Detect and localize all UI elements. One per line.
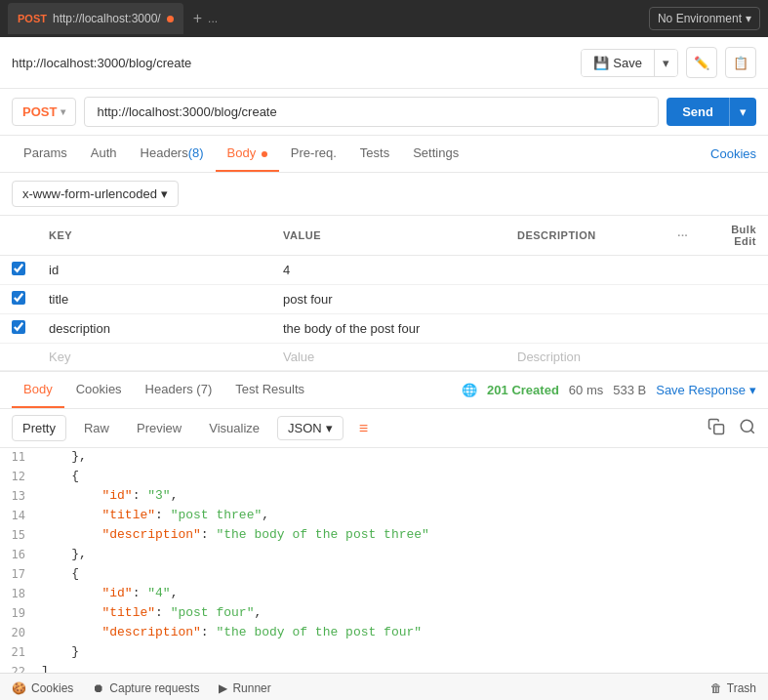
doc-icon: 📋: [733, 56, 748, 70]
capture-label: Capture requests: [109, 681, 199, 695]
save-response-button[interactable]: Save Response ▾: [656, 383, 756, 397]
send-label: Send: [667, 98, 729, 126]
url-bar-section: http://localhost:3000/blog/create 💾 Save…: [0, 37, 768, 89]
row3-description[interactable]: [505, 314, 666, 344]
capture-icon: ⏺: [93, 681, 104, 695]
row1-value[interactable]: 4: [271, 256, 505, 285]
row3-value[interactable]: the body of the post four: [271, 314, 505, 344]
tab-headers[interactable]: Headers(8): [129, 136, 216, 172]
row2-key[interactable]: title: [37, 285, 271, 314]
response-time: 60 ms: [569, 383, 603, 397]
save-button-group: 💾 Save ▾: [581, 49, 678, 77]
tab-url: http://localhost:3000/: [53, 12, 161, 25]
row2-value[interactable]: post four: [271, 285, 505, 314]
code-line-16: 16 },: [0, 546, 768, 565]
resp-tab-test-results[interactable]: Test Results: [223, 372, 316, 408]
response-tabs: Body Cookies Headers (7) Test Results 🌐 …: [0, 371, 768, 409]
env-chevron-icon: ▾: [746, 12, 751, 25]
cookies-bottom-item[interactable]: 🍪 Cookies: [12, 681, 73, 695]
code-line-11: 11 },: [0, 448, 768, 468]
filter-icon[interactable]: ≡: [359, 420, 368, 437]
search-icon[interactable]: [739, 418, 756, 438]
copy-icon[interactable]: [707, 418, 725, 438]
url-input[interactable]: [84, 97, 659, 127]
doc-button[interactable]: 📋: [725, 47, 756, 78]
add-tab-button[interactable]: +: [193, 10, 202, 27]
more-tabs-button[interactable]: ...: [208, 12, 218, 25]
svg-rect-0: [714, 425, 724, 434]
method-select[interactable]: POST ▾: [12, 98, 76, 126]
row1-key[interactable]: id: [37, 256, 271, 285]
code-line-12: 12 {: [0, 468, 768, 487]
tab-tests[interactable]: Tests: [348, 136, 401, 172]
save-button[interactable]: 💾 Save: [582, 50, 655, 76]
trash-icon: 🗑: [710, 681, 722, 695]
format-raw[interactable]: Raw: [74, 416, 119, 440]
row2-checkbox[interactable]: [12, 291, 25, 305]
th-more: ···: [666, 216, 700, 256]
row3-key[interactable]: description: [37, 314, 271, 344]
response-status: 🌐 201 Created 60 ms 533 B Save Response …: [462, 383, 756, 397]
resp-tab-cookies[interactable]: Cookies: [64, 372, 134, 408]
globe-icon: 🌐: [462, 383, 477, 397]
tab-body[interactable]: Body: [216, 136, 279, 172]
cookies-bottom-icon: 🍪: [12, 681, 26, 695]
resp-tab-headers[interactable]: Headers (7): [134, 372, 224, 408]
format-type-select[interactable]: JSON ▾: [277, 416, 344, 440]
th-value: VALUE: [271, 216, 505, 256]
save-response-label: Save Response: [656, 383, 746, 397]
row3-checkbox[interactable]: [12, 320, 25, 334]
trash-label: Trash: [727, 681, 756, 695]
send-button[interactable]: Send ▾: [667, 98, 756, 126]
code-line-17: 17 {: [0, 565, 768, 585]
row2-description[interactable]: [505, 285, 666, 314]
th-checkbox: [0, 216, 37, 256]
format-visualize[interactable]: Visualize: [199, 416, 269, 440]
trash-item[interactable]: 🗑 Trash: [710, 681, 756, 695]
tab-params[interactable]: Params: [12, 136, 79, 172]
body-type-select[interactable]: x-www-form-urlencoded ▾: [12, 181, 179, 207]
value-placeholder: Value: [283, 350, 314, 364]
more-icon[interactable]: ···: [677, 229, 688, 241]
body-type-caret-icon: ▾: [161, 186, 168, 201]
row1-checkbox[interactable]: [12, 262, 25, 275]
th-key: KEY: [37, 216, 271, 256]
edit-button[interactable]: ✏️: [686, 47, 717, 78]
format-pretty[interactable]: Pretty: [12, 415, 66, 441]
code-line-19: 19 "title": "post four",: [0, 604, 768, 624]
key-placeholder: Key: [49, 350, 70, 364]
send-dropdown-icon[interactable]: ▾: [729, 98, 756, 126]
active-tab[interactable]: POST http://localhost:3000/: [8, 3, 183, 34]
row1-description[interactable]: [505, 256, 666, 285]
cookies-bottom-label: Cookies: [31, 681, 73, 695]
save-response-caret-icon: ▾: [749, 383, 756, 397]
format-row: Pretty Raw Preview Visualize JSON ▾ ≡: [0, 409, 768, 448]
bottom-bar: 🍪 Cookies ⏺ Capture requests ▶ Runner 🗑 …: [0, 673, 768, 700]
th-bulk-edit[interactable]: Bulk Edit: [700, 216, 768, 256]
code-line-21: 21 }: [0, 643, 768, 663]
body-type-row: x-www-form-urlencoded ▾: [0, 173, 768, 216]
format-preview[interactable]: Preview: [127, 416, 191, 440]
tab-prereq[interactable]: Pre-req.: [279, 136, 348, 172]
headers-count: (8): [188, 145, 204, 160]
code-response-area[interactable]: 11 }, 12 { 13 "id": "3", 14 "title": "po…: [0, 448, 768, 673]
headers-label: Headers: [141, 145, 188, 160]
resp-tab-body[interactable]: Body: [12, 372, 64, 408]
method-caret-icon: ▾: [61, 106, 65, 117]
table-row-empty: Key Value Description: [0, 344, 768, 371]
capture-requests-item[interactable]: ⏺ Capture requests: [93, 681, 199, 695]
code-line-13: 13 "id": "3",: [0, 487, 768, 507]
svg-point-1: [741, 420, 752, 432]
format-caret-icon: ▾: [326, 421, 333, 435]
code-line-22: 22 ]: [0, 663, 768, 673]
method-label: POST: [22, 104, 57, 119]
th-description: DESCRIPTION: [505, 216, 666, 256]
runner-label: Runner: [232, 681, 270, 695]
tab-auth[interactable]: Auth: [79, 136, 129, 172]
save-dropdown-button[interactable]: ▾: [655, 50, 677, 76]
cookies-link[interactable]: Cookies: [710, 146, 756, 161]
runner-item[interactable]: ▶ Runner: [219, 681, 270, 695]
environment-selector[interactable]: No Environment ▾: [649, 7, 760, 30]
body-label: Body: [227, 145, 257, 160]
tab-settings[interactable]: Settings: [401, 136, 470, 172]
